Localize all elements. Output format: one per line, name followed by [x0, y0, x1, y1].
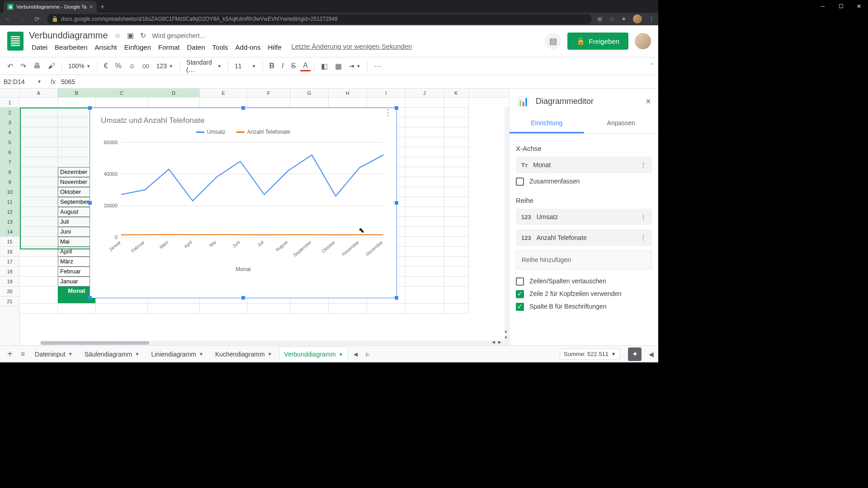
swap-checkbox[interactable] — [516, 277, 524, 286]
number-format-select[interactable]: 123▼ — [154, 61, 176, 70]
borders-icon[interactable]: ▦ — [332, 60, 344, 72]
reload-icon[interactable]: ⟳ — [33, 15, 42, 23]
row-header[interactable]: 21 — [0, 296, 19, 306]
row-header[interactable]: 11 — [0, 197, 19, 207]
cell[interactable] — [247, 304, 290, 314]
cell[interactable] — [444, 277, 469, 286]
menu-file[interactable]: Datei — [29, 42, 50, 52]
quicksum-dropdown[interactable]: Summe: 522.511▼ — [560, 348, 620, 360]
cell[interactable] — [444, 217, 469, 227]
browser-menu-icon[interactable]: ⋮ — [648, 15, 655, 23]
font-select[interactable]: Standard (…▼ — [184, 58, 224, 74]
cell[interactable] — [290, 304, 329, 314]
merge-icon[interactable]: ⇥▼ — [346, 61, 363, 70]
cell[interactable] — [406, 127, 444, 137]
cell[interactable] — [329, 304, 367, 314]
cell[interactable] — [20, 197, 58, 207]
column-header[interactable]: G — [290, 89, 329, 97]
formula-bar[interactable]: 5065 — [61, 78, 75, 85]
undo-icon[interactable]: ↶ — [5, 60, 16, 72]
print-icon[interactable]: 🖶 — [31, 60, 43, 72]
menu-view[interactable]: Ansicht — [92, 42, 120, 52]
labels-checkbox[interactable] — [516, 303, 524, 311]
column-header[interactable]: I — [367, 89, 406, 97]
account-avatar[interactable] — [635, 33, 651, 49]
series-telefonate-chip[interactable]: 123 Anzahl Telefonate ⋮ — [516, 230, 652, 246]
sheet-tab-saulen[interactable]: Säulendiagramm▼ — [80, 347, 144, 361]
sheets-logo-icon[interactable] — [7, 32, 24, 51]
row-header[interactable]: 7 — [0, 157, 19, 167]
cell[interactable] — [20, 207, 58, 217]
all-sheets-icon[interactable]: ≡ — [18, 350, 28, 358]
cell[interactable] — [444, 127, 469, 137]
sheet-nav-right-icon[interactable]: ▶ — [363, 351, 373, 357]
increase-decimal-button[interactable]: .00 — [138, 61, 152, 71]
xaxis-field-chip[interactable]: Tт Monat ⋮ — [516, 157, 652, 173]
column-header[interactable]: B — [58, 89, 96, 97]
row-header[interactable]: 17 — [0, 257, 19, 267]
scroll-down-icon[interactable]: ▼ — [503, 334, 509, 341]
menu-format[interactable]: Format — [156, 42, 183, 52]
forward-icon[interactable]: → — [18, 15, 27, 23]
cell[interactable] — [20, 247, 58, 257]
cell[interactable] — [200, 304, 247, 314]
cell[interactable] — [406, 137, 444, 147]
cell[interactable] — [20, 147, 58, 157]
menu-tools[interactable]: Tools — [210, 42, 231, 52]
extension-icon[interactable]: ✦ — [621, 15, 627, 23]
zoom-icon[interactable]: ⊕ — [597, 15, 603, 23]
paint-format-icon[interactable]: 🖌 — [45, 60, 58, 72]
aggregate-checkbox[interactable] — [516, 178, 524, 186]
decrease-decimal-button[interactable]: .0 — [126, 61, 137, 71]
cell[interactable] — [444, 98, 469, 108]
collapse-toolbar-icon[interactable]: ˄ — [651, 62, 654, 70]
sheet-tab-verbund[interactable]: Verbunddiagramm▼ — [279, 347, 348, 361]
row-header[interactable]: 15 — [0, 237, 19, 247]
column-header[interactable]: E — [200, 89, 247, 97]
cell[interactable] — [148, 304, 200, 314]
cell[interactable] — [247, 98, 290, 108]
cell[interactable] — [406, 247, 444, 257]
cell[interactable] — [406, 187, 444, 197]
cell[interactable] — [329, 98, 367, 108]
legend-item-umsatz[interactable]: Umsatz — [196, 129, 226, 135]
cell[interactable] — [444, 167, 469, 177]
legend-item-telefonate[interactable]: Anzahl Telefonate — [236, 129, 290, 135]
cell[interactable] — [406, 167, 444, 177]
browser-tab[interactable]: ▦ Verbunddiagramme - Google Ta × — [4, 1, 97, 13]
menu-addons[interactable]: Add-ons — [233, 42, 264, 52]
comments-icon[interactable]: ▤ — [545, 33, 561, 49]
last-edit-link[interactable]: Letzte Änderung vor wenigen Sekunden — [291, 42, 412, 52]
cell[interactable] — [444, 247, 469, 257]
cell[interactable] — [406, 217, 444, 227]
zoom-select[interactable]: 100%▼ — [66, 61, 94, 70]
spreadsheet-grid[interactable]: ABCDEFGHIJK 1234567891011121314151617181… — [0, 89, 509, 345]
scroll-up-icon[interactable]: ▲ — [503, 328, 509, 334]
cell[interactable] — [444, 207, 469, 217]
font-size-select[interactable]: 11▼ — [232, 61, 259, 70]
cell[interactable] — [406, 237, 444, 247]
side-panel-toggle-icon[interactable]: ◀ — [649, 351, 654, 358]
move-icon[interactable]: ▣ — [127, 31, 134, 40]
row-header[interactable]: 14 — [0, 227, 19, 237]
row-header[interactable]: 13 — [0, 217, 19, 227]
cell[interactable] — [444, 267, 469, 277]
profile-avatar-icon[interactable] — [633, 14, 642, 23]
document-title[interactable]: Verbunddiagramme — [29, 30, 108, 41]
cell[interactable] — [20, 277, 58, 286]
cell[interactable] — [444, 286, 469, 304]
column-header[interactable]: A — [20, 89, 58, 97]
sheet-tab-kuchen[interactable]: Kuchendiagramm▼ — [211, 347, 277, 361]
series-umsatz-chip[interactable]: 123 Umsatz ⋮ — [516, 209, 652, 225]
menu-data[interactable]: Daten — [184, 42, 208, 52]
row-header[interactable]: 8 — [0, 167, 19, 177]
chart-object[interactable]: ⋮ Umsatz und Anzahl Telefonate Umsatz An… — [90, 108, 397, 298]
bookmark-icon[interactable]: ☆ — [609, 15, 615, 23]
cell[interactable] — [406, 157, 444, 167]
cell[interactable] — [58, 304, 96, 314]
row-header[interactable]: 1 — [0, 98, 19, 108]
menu-edit[interactable]: Bearbeiten — [52, 42, 90, 52]
headers-checkbox[interactable] — [516, 290, 524, 298]
cell[interactable] — [444, 147, 469, 157]
cell[interactable] — [148, 98, 200, 108]
